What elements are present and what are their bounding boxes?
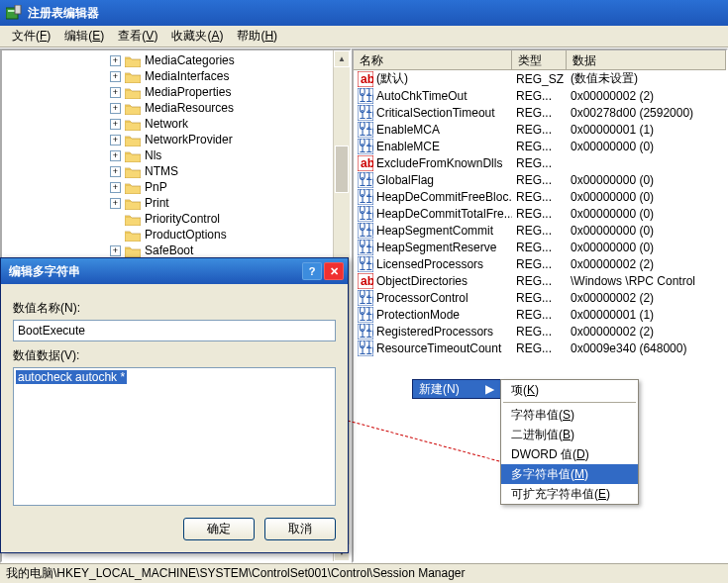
list-row[interactable]: ObjectDirectoriesREG...\Windows \RPC Con… [354,272,726,289]
dialog-close-button[interactable]: ✕ [324,262,344,280]
expand-toggle[interactable]: + [110,55,121,66]
context-submenu-item[interactable]: 可扩充字符串值(E) [501,484,638,504]
list-row[interactable]: EnableMCEREG...0x00000000 (0) [354,138,726,154]
expand-toggle[interactable]: + [110,245,121,256]
tree-item[interactable]: +NTMS [6,163,346,179]
folder-icon [125,102,141,115]
context-new-item[interactable]: 新建(N) ▶ [412,379,501,399]
list-row[interactable]: HeapDeCommitFreeBloc...REG...0x00000000 … [354,188,726,205]
expand-toggle[interactable]: + [110,166,121,177]
value-icon [358,139,373,154]
value-name: CriticalSectionTimeout [376,106,495,120]
list-row[interactable]: AutoChkTimeOutREG...0x00000002 (2) [354,87,726,104]
expand-toggle[interactable]: + [110,150,121,161]
value-type: REG... [512,308,567,322]
edit-multistring-dialog: 编辑多字符串 ? ✕ 数值名称(N): 数值数据(V): autocheck a… [0,257,349,553]
value-icon [358,105,373,121]
list-row[interactable]: GlobalFlagREG...0x00000000 (0) [354,171,726,188]
tree-item[interactable]: +MediaResources [6,100,346,116]
context-submenu-item[interactable]: 字符串值(S) [501,405,638,425]
folder-icon [125,118,141,131]
expand-toggle[interactable]: + [110,71,121,82]
header-data[interactable]: 数据 [567,50,726,69]
scroll-thumb[interactable] [335,146,349,193]
regedit-icon [6,5,22,21]
list-row[interactable]: LicensedProcessorsREG...0x00000002 (2) [354,255,726,272]
tree-item[interactable]: +PnP [6,179,346,195]
tree-item[interactable]: PriorityControl [6,211,346,227]
expand-toggle[interactable]: + [110,87,121,98]
scroll-up-button[interactable]: ▲ [334,50,350,67]
textarea-selection: autocheck autochk * [16,370,127,384]
context-submenu-item[interactable]: 二进制值(B) [501,425,638,444]
header-name[interactable]: 名称 [354,50,512,69]
expand-toggle[interactable]: + [110,135,121,146]
value-type: REG... [512,325,567,339]
expand-toggle[interactable]: + [110,182,121,193]
value-type: REG... [512,123,567,137]
list-row[interactable]: HeapDeCommitTotalFre...REG...0x00000000 … [354,205,726,222]
context-submenu-item[interactable]: DWORD 值(D) [501,444,638,464]
tree-item[interactable]: +MediaInterfaces [6,68,346,84]
tree-item[interactable]: +Network [6,116,346,132]
list-row[interactable]: EnableMCAREG...0x00000001 (1) [354,121,726,138]
menu-item[interactable]: 收藏夹(A) [165,26,229,47]
tree-item[interactable]: +MediaCategories [6,52,346,68]
menu-item[interactable]: 编辑(E) [58,26,110,47]
tree-item[interactable]: +NetworkProvider [6,132,346,147]
menu-item[interactable]: 帮助(H) [231,26,283,47]
list-row[interactable]: ExcludeFromKnownDllsREG... [354,154,726,171]
folder-icon [125,86,141,99]
value-data: 0x0009e340 (648000) [567,341,726,355]
tree-label: NetworkProvider [145,133,233,146]
list-row[interactable]: HeapSegmentReserveREG...0x00000000 (0) [354,239,726,255]
header-type[interactable]: 类型 [512,50,567,69]
tree-item[interactable]: ProductOptions [6,227,346,243]
menu-item[interactable]: 查看(V) [112,26,163,47]
value-data: 0x00000002 (2) [567,257,726,271]
value-icon [358,256,373,272]
folder-icon [125,181,141,194]
value-name: HeapSegmentReserve [376,241,496,254]
tree-label: ProductOptions [145,228,227,242]
folder-icon [125,54,141,67]
tree-label: SafeBoot [145,243,193,257]
submenu-arrow-icon: ▶ [485,382,494,396]
value-name: ExcludeFromKnownDlls [376,156,502,170]
dialog-help-button[interactable]: ? [302,262,322,280]
list-row[interactable]: CriticalSectionTimeoutREG...0x00278d00 (… [354,104,726,121]
list-row[interactable]: RegisteredProcessorsREG...0x00000002 (2) [354,323,726,340]
tree-label: MediaCategories [145,53,235,67]
tree-item[interactable]: +MediaProperties [6,84,346,100]
value-name-input[interactable] [13,320,336,341]
tree-item[interactable]: +Nls [6,147,346,163]
value-data: 0x00000001 (1) [567,123,726,137]
list-row[interactable]: HeapSegmentCommitREG...0x00000000 (0) [354,222,726,239]
folder-icon [125,244,141,257]
value-type: REG... [512,257,567,271]
value-data: 0x00000000 (0) [567,140,726,153]
expand-toggle[interactable]: + [110,198,121,209]
status-path: 我的电脑\HKEY_LOCAL_MACHINE\SYSTEM\ControlSe… [6,565,466,582]
value-name: GlobalFlag [376,173,434,187]
value-type: REG... [512,173,567,187]
expand-toggle[interactable]: + [110,103,121,114]
list-row[interactable]: (默认)REG_SZ(数值未设置) [354,70,726,87]
context-submenu-item[interactable]: 多字符串值(M) [501,464,638,484]
context-submenu-item[interactable]: 项(K) [501,380,638,400]
cancel-button[interactable]: 取消 [264,518,336,540]
list-header[interactable]: 名称 类型 数据 [354,50,726,70]
value-data-textarea[interactable]: autocheck autochk * [13,367,336,506]
value-icon [358,290,373,306]
list-row[interactable]: ProtectionModeREG...0x00000001 (1) [354,306,726,323]
expand-toggle[interactable]: + [110,119,121,130]
tree-item[interactable]: +Print [6,195,346,211]
list-row[interactable]: ProcessorControlREG...0x00000002 (2) [354,289,726,306]
dialog-titlebar[interactable]: 编辑多字符串 ? ✕ [1,258,348,284]
ok-button[interactable]: 确定 [183,518,255,540]
menu-item[interactable]: 文件(F) [6,26,56,47]
tree-item[interactable]: +SafeBoot [6,243,346,258]
list-row[interactable]: ResourceTimeoutCountREG...0x0009e340 (64… [354,340,726,356]
value-name-label: 数值名称(N): [13,300,336,317]
context-submenu: 项(K)字符串值(S)二进制值(B)DWORD 值(D)多字符串值(M)可扩充字… [500,379,639,505]
